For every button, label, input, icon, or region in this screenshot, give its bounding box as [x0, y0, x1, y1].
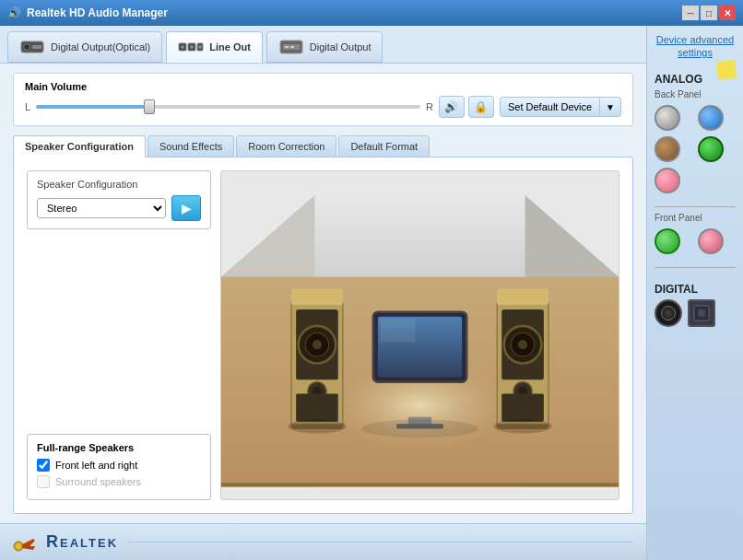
- set-default-label: Set Default Device: [501, 98, 599, 116]
- mute-button[interactable]: 🔊: [439, 96, 465, 118]
- svg-rect-28: [296, 393, 338, 421]
- left-panel: Digital Output(Optical) Line Out: [0, 26, 646, 560]
- device-tabs: Digital Output(Optical) Line Out: [0, 26, 646, 64]
- set-default-button[interactable]: Set Default Device ▼: [500, 97, 621, 117]
- svg-rect-12: [285, 46, 289, 48]
- speaker-config-group: Speaker Configuration Stereo Quadraphoni…: [27, 170, 211, 229]
- speaker-visualization: [220, 170, 619, 500]
- lock-button[interactable]: 🔒: [468, 96, 494, 118]
- tab-line-out[interactable]: Line Out: [166, 31, 263, 63]
- sub-tab-speaker-config[interactable]: Speaker Configuration: [13, 135, 146, 158]
- sub-tab-default-format[interactable]: Default Format: [338, 135, 430, 158]
- svg-point-7: [190, 45, 194, 49]
- surround-label: Surround speakers: [55, 476, 141, 487]
- app-icon: 🔊: [7, 6, 21, 19]
- postit-icon: [716, 60, 737, 80]
- digital-section: DIGITAL: [655, 277, 736, 327]
- tab-digital-optical-label: Digital Output(Optical): [51, 41, 150, 52]
- jack-front-2[interactable]: [698, 228, 724, 254]
- app-title: Realtek HD Audio Manager: [27, 6, 168, 19]
- fullrange-label: Full-range Speakers: [37, 442, 201, 453]
- front-lr-checkbox[interactable]: [37, 459, 50, 472]
- svg-point-9: [198, 45, 202, 49]
- svg-rect-44: [380, 319, 415, 342]
- volume-right-label: R: [426, 101, 433, 112]
- maximize-button[interactable]: □: [701, 6, 717, 20]
- play-button[interactable]: ▶: [171, 195, 201, 221]
- digital-coax-jack[interactable]: [688, 299, 715, 327]
- content-area: Main Volume L R 🔊 🔒 Set Default Device ▼: [0, 64, 646, 523]
- svg-point-5: [181, 45, 184, 49]
- front-panel-label: Front Panel: [655, 213, 736, 223]
- svg-point-47: [361, 419, 478, 438]
- jack-back-4[interactable]: [698, 136, 724, 162]
- main-container: Digital Output(Optical) Line Out: [0, 26, 743, 560]
- svg-rect-38: [501, 393, 544, 421]
- svg-point-46: [493, 419, 551, 433]
- jack-front-1[interactable]: [655, 228, 680, 254]
- digital-label: DIGITAL: [655, 283, 736, 296]
- close-button[interactable]: ✕: [719, 6, 736, 20]
- digital-divider: [655, 267, 736, 268]
- config-left: Speaker Configuration Stereo Quadraphoni…: [27, 170, 211, 500]
- footer-line: [127, 542, 633, 542]
- back-panel-label: Back Panel: [655, 89, 736, 99]
- volume-row: L R 🔊 🔒 Set Default Device ▼: [25, 96, 621, 118]
- surround-checkbox[interactable]: [37, 475, 50, 488]
- titlebar-controls: ─ □ ✕: [682, 6, 736, 20]
- digital-optical-jack[interactable]: [655, 299, 682, 327]
- realtek-icon: [13, 531, 39, 554]
- front-lr-label: Front left and right: [55, 460, 137, 471]
- svg-rect-13: [290, 46, 294, 48]
- speaker-config-select[interactable]: Stereo Quadraphonic 5.1 Speaker 7.1 Spea…: [37, 198, 166, 218]
- surround-row: Surround speakers: [37, 475, 201, 488]
- tab-digital-output-label: Digital Output: [310, 41, 372, 52]
- speaker-config-label: Speaker Configuration: [37, 179, 201, 190]
- realtek-text: Realtek: [46, 532, 118, 552]
- minimize-button[interactable]: ─: [682, 6, 699, 20]
- front-panel-jacks: [655, 228, 736, 254]
- jack-back-5[interactable]: [655, 168, 680, 193]
- titlebar-left: 🔊 Realtek HD Audio Manager: [7, 6, 168, 19]
- svg-point-49: [16, 543, 21, 549]
- tab-digital-optical[interactable]: Digital Output(Optical): [7, 31, 162, 63]
- panel-divider: [655, 206, 736, 207]
- volume-slider[interactable]: [36, 105, 420, 109]
- line-out-icon: [178, 38, 204, 56]
- volume-label: Main Volume: [25, 81, 621, 92]
- front-lr-row: Front left and right: [37, 459, 201, 472]
- sub-tab-sound-effects[interactable]: Sound Effects: [147, 135, 234, 158]
- svg-point-45: [288, 419, 346, 433]
- volume-icons: 🔊 🔒: [439, 96, 494, 118]
- device-advanced-link[interactable]: Device advanced settings: [655, 33, 736, 60]
- digital-icons: [655, 299, 736, 327]
- back-panel-jacks: [655, 105, 736, 193]
- titlebar: 🔊 Realtek HD Audio Manager ─ □ ✕: [0, 0, 743, 26]
- jack-back-3[interactable]: [655, 136, 680, 162]
- sub-tab-room-correction[interactable]: Room Correction: [236, 135, 336, 158]
- svg-rect-31: [497, 288, 548, 305]
- tab-line-out-label: Line Out: [209, 41, 251, 52]
- realtek-logo: Realtek: [13, 531, 118, 554]
- play-icon: ▶: [182, 201, 192, 216]
- svg-point-25: [313, 340, 322, 349]
- svg-rect-3: [32, 45, 41, 49]
- right-panel: Device advanced settings ANALOG Back Pan…: [646, 26, 743, 560]
- svg-rect-52: [699, 310, 704, 316]
- config-select-row: Stereo Quadraphonic 5.1 Speaker 7.1 Spea…: [37, 195, 201, 221]
- optical-inner: [661, 306, 676, 321]
- footer: Realtek: [0, 523, 646, 560]
- sub-tabs: Speaker Configuration Sound Effects Room…: [13, 135, 633, 158]
- tab-digital-output[interactable]: Digital Output: [266, 31, 383, 63]
- svg-rect-21: [291, 288, 343, 305]
- jack-back-2[interactable]: [698, 105, 724, 131]
- svg-point-2: [26, 46, 29, 49]
- volume-left-label: L: [25, 101, 30, 112]
- fullrange-speakers-group: Full-range Speakers Front left and right…: [27, 434, 211, 500]
- set-default-arrow: ▼: [599, 99, 620, 116]
- tab-content: Speaker Configuration Stereo Quadraphoni…: [13, 157, 633, 514]
- volume-thumb[interactable]: [144, 99, 155, 114]
- volume-section: Main Volume L R 🔊 🔒 Set Default Device ▼: [13, 73, 633, 126]
- jack-back-1[interactable]: [655, 105, 680, 131]
- svg-point-35: [518, 340, 527, 349]
